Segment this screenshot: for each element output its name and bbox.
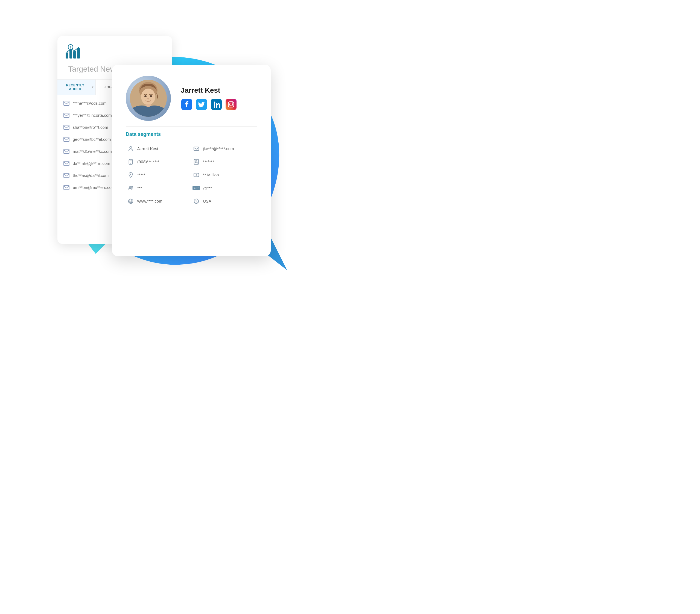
avatar-inner [130, 80, 167, 117]
envelope-icon [63, 148, 70, 154]
svg-point-7 [78, 47, 79, 48]
svg-point-19 [141, 89, 155, 105]
svg-text:$: $ [70, 46, 71, 49]
data-row-zip: ZIP 79*** [191, 181, 257, 195]
zip-badge: ZIP [192, 186, 200, 190]
email-address: ***yer**@incorta.com [73, 113, 112, 117]
data-row-revenue: $ ** Million [191, 168, 257, 181]
country-icon [192, 197, 200, 205]
revenue-value: ** Million [203, 173, 219, 177]
group-icon [127, 184, 135, 192]
envelope-icon [63, 112, 70, 118]
profile-top: Jarrett Kest [126, 76, 257, 121]
envelope-icon [63, 136, 70, 142]
svg-rect-6 [77, 48, 80, 59]
svg-rect-5 [73, 51, 76, 59]
svg-rect-31 [194, 147, 199, 150]
svg-point-40 [129, 186, 131, 188]
chevron-icon: ▾ [92, 86, 93, 89]
group-value: *** [137, 186, 142, 190]
location-value: ***** [137, 173, 145, 177]
name-value: Jarrett Kest [137, 146, 158, 151]
data-row-country: USA [191, 195, 257, 208]
dollar-icon: $ [192, 171, 200, 179]
data-row-id: ******* [191, 155, 257, 168]
data-row-name: Jarrett Kest [126, 142, 191, 155]
filter-label: RECENTLY ADDED [60, 83, 91, 91]
envelope-icon [63, 161, 70, 166]
svg-rect-10 [64, 125, 69, 129]
email-address: tho**as@da**il.com [73, 173, 109, 178]
svg-rect-12 [64, 149, 69, 154]
svg-rect-8 [64, 101, 69, 105]
phone-icon [127, 158, 135, 166]
svg-point-30 [129, 146, 132, 148]
zip-value: 79*** [203, 186, 212, 190]
svg-point-36 [196, 160, 197, 162]
phone-value: (908)***-**** [137, 159, 159, 164]
data-grid: Jarrett Kest jke***@*****.com [126, 142, 257, 208]
email-address: emi**on@reu**ers.com [73, 185, 115, 190]
data-row-email: jke***@*****.com [191, 142, 257, 155]
email-address: da**mh@jk**rm.com [73, 161, 110, 166]
twitter-icon[interactable] [196, 98, 208, 111]
svg-point-21 [145, 95, 147, 97]
email-value: jke***@*****.com [203, 146, 234, 151]
linkedin-icon[interactable] [210, 98, 222, 111]
section-title: Data segments [126, 131, 257, 137]
email-address: geo**sn@bc**el.com [73, 137, 111, 142]
svg-point-34 [130, 163, 131, 164]
scene: $ Targeted Nevada Database RECENTLY A [41, 20, 309, 288]
envelope-icon [63, 100, 70, 106]
id-badge-icon [192, 158, 200, 166]
location-icon [127, 171, 135, 179]
website-value: www.****.com [137, 199, 162, 203]
email-address: ***ne***@ods.com [73, 101, 107, 105]
email-icon [192, 145, 200, 152]
filter-tab-recently-added[interactable]: RECENTLY ADDED ▾ [58, 79, 96, 95]
profile-info: Jarrett Kest [181, 86, 257, 111]
envelope-icon [63, 185, 70, 190]
data-row-group: *** [126, 181, 191, 195]
instagram-icon[interactable] [225, 98, 237, 111]
envelope-icon [63, 173, 70, 178]
divider-top [126, 126, 257, 127]
facebook-icon[interactable] [181, 98, 193, 111]
svg-rect-4 [70, 50, 72, 59]
svg-text:$: $ [196, 174, 197, 176]
email-address: mat**kl@me**kc.com [73, 149, 112, 154]
logo-icon: $ [65, 44, 82, 59]
svg-rect-11 [64, 137, 69, 142]
svg-rect-26 [226, 99, 237, 110]
front-card: Jarrett Kest [112, 65, 271, 256]
svg-rect-15 [64, 185, 69, 190]
svg-point-41 [131, 186, 133, 188]
svg-rect-9 [64, 113, 69, 117]
person-icon [127, 145, 135, 152]
data-row-location: ***** [126, 168, 191, 181]
data-row-phone: (908)***-**** [126, 155, 191, 168]
globe-icon [127, 197, 135, 205]
country-value: USA [203, 199, 211, 203]
svg-rect-14 [64, 173, 69, 178]
svg-point-37 [130, 173, 132, 175]
svg-rect-33 [129, 160, 132, 160]
envelope-icon [63, 124, 70, 130]
id-value: ******* [203, 159, 214, 164]
svg-point-29 [233, 102, 233, 103]
svg-rect-3 [66, 52, 68, 59]
avatar [126, 76, 171, 121]
email-address: sha**on@ro**t.com [73, 125, 108, 129]
divider-bottom [126, 213, 257, 213]
social-icons [181, 98, 257, 111]
profile-name: Jarrett Kest [181, 86, 257, 95]
svg-point-22 [150, 95, 152, 97]
svg-rect-13 [64, 161, 69, 166]
data-row-website: www.****.com [126, 195, 191, 208]
